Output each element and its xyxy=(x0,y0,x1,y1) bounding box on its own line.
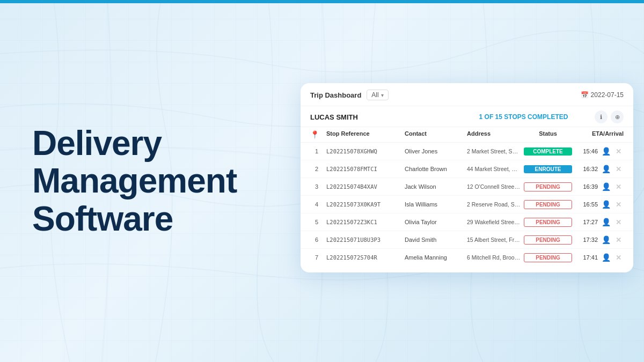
eta-time: 15:46 xyxy=(583,148,598,154)
address: 44 Market Street, Sydney, New South Wale… xyxy=(467,166,521,172)
col-address: Address xyxy=(467,130,521,139)
row-actions: 👤 ✕ xyxy=(601,164,624,174)
col-stop-ref: Stop Reference xyxy=(326,130,401,139)
address: 29 Wakefield Street, North Manly, New So… xyxy=(467,219,521,225)
person-icon: 👤 xyxy=(602,235,611,244)
calendar-icon: 📅 xyxy=(581,91,589,99)
table-row: 3 L202215074B4XAV Jack Wilson 12 O'Conne… xyxy=(301,178,633,196)
person-icon: 👤 xyxy=(602,218,611,226)
person-icon: 👤 xyxy=(602,147,611,156)
row-actions: 👤 ✕ xyxy=(601,146,624,157)
stop-reference: L202215078FMTCI xyxy=(326,166,401,172)
contact-name: David Smith xyxy=(405,237,464,243)
address: 15 Albert Street, Freshwater, New South … xyxy=(467,237,521,243)
info-button[interactable]: ℹ xyxy=(595,110,608,123)
person-button[interactable]: 👤 xyxy=(601,234,611,245)
close-button[interactable]: ✕ xyxy=(613,199,624,210)
row-number: 4 xyxy=(310,201,323,208)
person-button[interactable]: 👤 xyxy=(601,252,611,263)
status-badge: PENDING xyxy=(524,182,572,191)
col-contact: Contact xyxy=(405,130,464,139)
close-button[interactable]: ✕ xyxy=(613,217,624,227)
close-button[interactable]: ✕ xyxy=(613,252,624,263)
table-header: 📍 Stop Reference Contact Address Status … xyxy=(301,127,633,143)
person-button[interactable]: 👤 xyxy=(601,199,611,210)
row-number: 5 xyxy=(310,219,323,225)
table-row: 7 L202215072S704R Amelia Manning 6 Mitch… xyxy=(301,249,633,266)
row-actions: 👤 ✕ xyxy=(601,252,624,263)
eta-time: 17:27 xyxy=(583,219,598,225)
table-row: 4 L202215073X0KA9T Isla Williams 2 Reser… xyxy=(301,196,633,213)
row-number: 1 xyxy=(310,148,323,154)
driver-actions: ℹ ⊕ xyxy=(595,110,624,123)
stop-reference: L202215071U8U3P3 xyxy=(326,237,401,243)
location-icon: 📍 xyxy=(310,130,323,139)
close-icon: ✕ xyxy=(616,183,621,191)
eta-cell: 16:39 👤 ✕ xyxy=(575,181,624,192)
stop-reference: L202215074B4XAV xyxy=(326,183,401,190)
row-actions: 👤 ✕ xyxy=(601,234,624,245)
close-icon: ✕ xyxy=(616,201,621,209)
filter-value: All xyxy=(371,91,378,99)
status-badge: PENDING xyxy=(524,218,572,227)
close-icon: ✕ xyxy=(616,218,621,226)
person-button[interactable]: 👤 xyxy=(601,181,611,192)
table-row: 1 L202215078XGHWQ Oliver Jones 2 Market … xyxy=(301,143,633,160)
address: 2 Market Street, Sydney, New South Wales… xyxy=(467,148,521,154)
status-badge: ENROUTE xyxy=(524,165,572,173)
eta-time: 17:32 xyxy=(583,237,598,243)
panel-header: Trip Dashboard All ▾ 📅 2022-07-15 xyxy=(301,83,633,106)
eta-time: 17:41 xyxy=(583,254,598,261)
eta-cell: 15:46 👤 ✕ xyxy=(575,146,624,157)
status-badge: COMPLETE xyxy=(524,147,572,156)
person-icon: 👤 xyxy=(602,200,611,209)
close-icon: ✕ xyxy=(616,254,621,262)
close-button[interactable]: ✕ xyxy=(613,234,624,245)
close-icon: ✕ xyxy=(616,165,621,173)
col-eta: ETA/Arrival xyxy=(575,130,624,139)
close-button[interactable]: ✕ xyxy=(613,181,624,192)
close-icon: ✕ xyxy=(616,147,621,156)
address: 2 Reserve Road, St Leonards, New South W… xyxy=(467,201,521,208)
stop-reference: L202215078XGHWQ xyxy=(326,148,401,154)
hero-title: Delivery Management Software xyxy=(32,124,237,238)
person-button[interactable]: 👤 xyxy=(601,164,611,174)
contact-name: Charlotte Brown xyxy=(405,166,464,172)
table-body: 1 L202215078XGHWQ Oliver Jones 2 Market … xyxy=(301,143,633,266)
panel-title: Trip Dashboard xyxy=(310,91,361,99)
row-number: 3 xyxy=(310,183,323,190)
driver-name: LUCAS SMITH xyxy=(310,113,452,121)
row-number: 6 xyxy=(310,237,323,243)
close-icon: ✕ xyxy=(616,236,621,244)
eta-cell: 17:27 👤 ✕ xyxy=(575,217,624,227)
dashboard-panel: Trip Dashboard All ▾ 📅 2022-07-15 LUCAS … xyxy=(301,83,633,272)
person-button[interactable]: 👤 xyxy=(601,146,611,157)
eta-cell: 16:32 👤 ✕ xyxy=(575,164,624,174)
close-button[interactable]: ✕ xyxy=(613,164,624,174)
eta-time: 16:55 xyxy=(583,201,598,208)
chevron-down-icon: ▾ xyxy=(381,92,384,98)
person-button[interactable]: 👤 xyxy=(601,217,611,227)
row-actions: 👤 ✕ xyxy=(601,217,624,227)
row-actions: 👤 ✕ xyxy=(601,199,624,210)
contact-name: Oliver Jones xyxy=(405,148,464,154)
filter-dropdown[interactable]: All ▾ xyxy=(367,90,388,100)
status-badge: PENDING xyxy=(524,235,572,245)
eta-cell: 17:41 👤 ✕ xyxy=(575,252,624,263)
person-icon: 👤 xyxy=(602,165,611,173)
table-row: 5 L202215072Z3KC1 Olivia Taylor 29 Wakef… xyxy=(301,213,633,231)
table-row: 2 L202215078FMTCI Charlotte Brown 44 Mar… xyxy=(301,160,633,178)
address: 6 Mitchell Rd, Brooksvale NSW 2100 xyxy=(467,254,521,261)
contact-name: Jack Wilson xyxy=(405,183,464,190)
close-button[interactable]: ✕ xyxy=(613,146,624,157)
stop-reference: L202215072S704R xyxy=(326,254,401,261)
eta-time: 16:32 xyxy=(583,166,598,172)
row-actions: 👤 ✕ xyxy=(601,181,624,192)
date-display: 📅 2022-07-15 xyxy=(581,91,624,99)
status-badge: PENDING xyxy=(524,253,572,262)
table-row: 6 L202215071U8U3P3 David Smith 15 Albert… xyxy=(301,231,633,249)
person-icon: 👤 xyxy=(602,253,611,262)
date-value: 2022-07-15 xyxy=(591,91,624,99)
address: 12 O'Connell Street, New South Wales, Au… xyxy=(467,183,521,190)
settings-button[interactable]: ⊕ xyxy=(611,110,624,123)
